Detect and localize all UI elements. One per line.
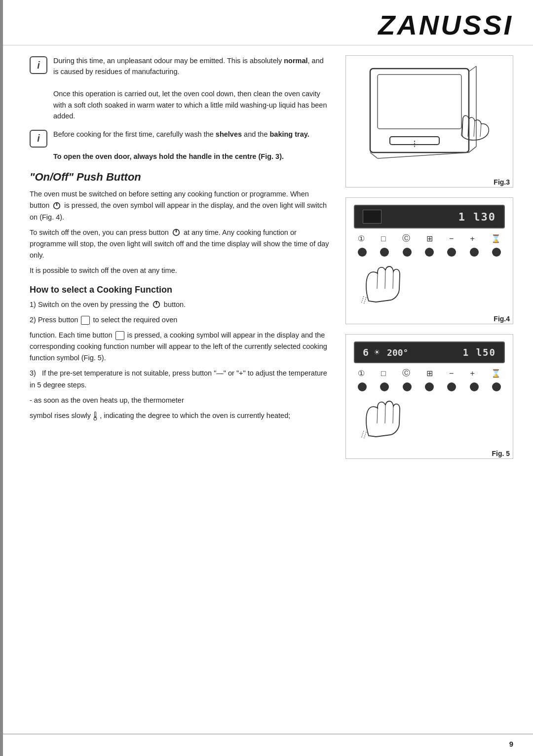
fig5-dot-7 (492, 382, 501, 391)
step2: 2) Press button to select the required o… (30, 314, 331, 326)
svg-line-15 (370, 152, 378, 158)
svg-line-24 (385, 270, 385, 289)
left-border (0, 0, 3, 756)
svg-line-26 (361, 296, 364, 303)
fig5-dot-3 (403, 382, 412, 391)
fig4-button-row: ① □ Ⓒ ⊞ − + ⌛ (354, 233, 505, 244)
svg-line-21 (480, 124, 481, 137)
svg-line-32 (364, 432, 366, 439)
fig5-btn-plus: + (470, 369, 474, 378)
power-btn-step1 (152, 300, 161, 309)
fig4-dot-6 (470, 248, 479, 257)
fig5-dot-6 (470, 382, 479, 391)
fig4-btn-square: □ (381, 234, 386, 243)
fig4-dot-3 (403, 248, 412, 257)
fig5-btn-square: □ (381, 369, 386, 378)
fig4-btn-b: Ⓒ (402, 233, 410, 244)
step4: 3) If the pre-set temperature is not sui… (30, 368, 331, 390)
fig5-btn-power: ① (358, 369, 365, 378)
footer-line (0, 734, 533, 735)
step6: symbol rises slowly , indicating the deg… (30, 410, 331, 421)
step5: - as soon as the oven heats up, the ther… (30, 395, 331, 406)
fig5-dot-row (354, 382, 505, 391)
svg-line-17 (378, 152, 469, 158)
fig5-display: 6 ☀ 200° 1 l50 (354, 341, 505, 363)
fig5-temp: 200° (387, 347, 408, 358)
fig4-btn-timer: ⌛ (491, 234, 501, 243)
fig4-dot-row (354, 248, 505, 257)
page-number: 9 (509, 740, 513, 748)
svg-rect-10 (378, 75, 461, 129)
svg-line-20 (474, 121, 475, 137)
fig5-dot-4 (425, 382, 434, 391)
svg-line-16 (469, 147, 476, 152)
svg-line-29 (385, 405, 385, 423)
fig5-dot-5 (447, 382, 456, 391)
fig5-hand-svg (359, 396, 408, 441)
info-block-1: i During this time, an unpleasant odour … (30, 55, 331, 122)
figure-3-container: Fig.3 (345, 55, 513, 188)
fig4-dot-7 (492, 248, 501, 257)
fig5-btn-b: Ⓒ (402, 368, 410, 378)
fig5-panel: 6 ☀ 200° 1 l50 ① □ Ⓒ ⊞ − + ⌛ (346, 335, 513, 449)
svg-line-28 (377, 408, 378, 423)
power-button-icon-inline (52, 201, 61, 210)
fig5-label: Fig. 5 (346, 449, 513, 458)
fig4-label: Fig.4 (346, 314, 513, 324)
fig3-label: Fig.3 (346, 177, 513, 187)
fig4-btn-plus: + (470, 234, 474, 243)
fig5-dot-2 (380, 382, 389, 391)
section-onoff-heading: "On/Off" Push Button (30, 171, 331, 184)
fig4-dot-1 (358, 248, 367, 257)
svg-line-31 (361, 431, 364, 438)
oven-door-svg (360, 64, 498, 172)
fig5-button-row: ① □ Ⓒ ⊞ − + ⌛ (354, 368, 505, 378)
fig5-dot-1 (358, 382, 367, 391)
fig4-display: 1 l30 (354, 205, 505, 228)
info-block-2: i Before cooking for the first time, car… (30, 129, 331, 162)
fig5-btn-grid: ⊞ (426, 369, 433, 378)
fig5-flame-icon: ☀ (374, 348, 380, 357)
fig5-num: 6 (363, 346, 369, 358)
onoff-para2: To switch off the oven, you can press bu… (30, 227, 331, 262)
brand-header: ZANUSSI (0, 0, 533, 45)
fig4-dot-4 (425, 248, 434, 257)
onoff-para1: The oven must be switched on before sett… (30, 189, 331, 223)
fig5-time: 1 l50 (463, 347, 496, 358)
svg-point-7 (94, 417, 97, 420)
figure-4-container: 1 l30 ① □ Ⓒ ⊞ − + ⌛ (345, 197, 513, 324)
fig5-btn-minus: − (449, 369, 454, 378)
fig4-dot-2 (380, 248, 389, 257)
info-icon-1: i (30, 56, 47, 74)
svg-line-27 (364, 297, 366, 304)
svg-line-30 (393, 406, 393, 423)
function-button-inline (81, 316, 90, 325)
svg-line-12 (469, 66, 476, 72)
fig4-time: 1 l30 (458, 211, 496, 223)
left-column: i During this time, an unpleasant odour … (30, 55, 331, 459)
svg-rect-9 (370, 69, 469, 152)
step3: function. Each time button is pressed, a… (30, 330, 331, 364)
svg-line-25 (393, 271, 393, 289)
function-button-inline2 (115, 331, 124, 340)
fig4-btn-minus: − (449, 234, 454, 243)
svg-line-23 (377, 273, 378, 289)
fig4-hand-area (354, 259, 505, 308)
onoff-para3: It is possible to switch off the oven at… (30, 265, 331, 276)
main-content: i During this time, an unpleasant odour … (0, 45, 533, 469)
fig5-hand-area (354, 393, 505, 443)
fig4-btn-power: ① (358, 234, 365, 243)
fig4-hand-svg (359, 262, 408, 306)
right-column: Fig.3 1 l30 ① □ Ⓒ ⊞ − + ⌛ (345, 55, 513, 459)
brand-logo: ZANUSSI (378, 9, 513, 41)
figure-5-container: 6 ☀ 200° 1 l50 ① □ Ⓒ ⊞ − + ⌛ (345, 334, 513, 459)
fig4-panel: 1 l30 ① □ Ⓒ ⊞ − + ⌛ (346, 198, 513, 314)
section-cooking-heading: How to select a Cooking Function (30, 285, 331, 295)
figure-3-illustration (346, 56, 513, 177)
step1: 1) Switch on the oven by pressing the bu… (30, 299, 331, 310)
thermometer-icon-inline (93, 411, 98, 421)
fig4-display-box (363, 210, 381, 224)
fig5-btn-timer: ⌛ (491, 369, 501, 378)
info-icon-2: i (30, 130, 47, 148)
fig4-dot-5 (447, 248, 456, 257)
